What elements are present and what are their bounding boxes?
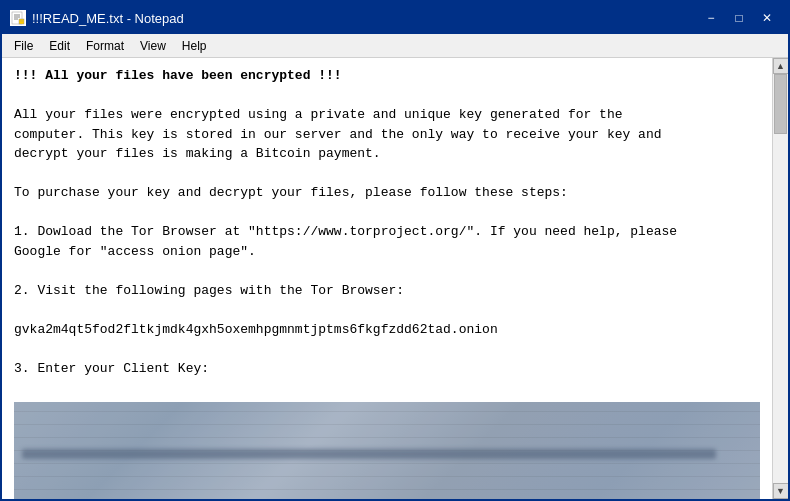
scrollbar[interactable]: ▲ ▼: [772, 58, 788, 499]
blurred-client-key: [14, 402, 760, 500]
menu-bar: File Edit Format View Help: [2, 34, 788, 58]
scroll-track[interactable]: [773, 74, 788, 483]
notepad-window: !!!READ_ME.txt - Notepad − □ ✕ File Edit…: [0, 0, 790, 501]
scroll-up-arrow[interactable]: ▲: [773, 58, 789, 74]
scroll-down-arrow[interactable]: ▼: [773, 483, 789, 499]
menu-file[interactable]: File: [6, 37, 41, 55]
content-area: !!! All your files have been encrypted !…: [2, 58, 788, 499]
menu-help[interactable]: Help: [174, 37, 215, 55]
window-title: !!!READ_ME.txt - Notepad: [32, 11, 184, 26]
close-button[interactable]: ✕: [754, 7, 780, 29]
menu-edit[interactable]: Edit: [41, 37, 78, 55]
window-controls: − □ ✕: [698, 7, 780, 29]
scroll-thumb[interactable]: [774, 74, 787, 134]
maximize-button[interactable]: □: [726, 7, 752, 29]
menu-view[interactable]: View: [132, 37, 174, 55]
minimize-button[interactable]: −: [698, 7, 724, 29]
title-bar-left: !!!READ_ME.txt - Notepad: [10, 10, 184, 26]
title-bar: !!!READ_ME.txt - Notepad − □ ✕: [2, 2, 788, 34]
menu-format[interactable]: Format: [78, 37, 132, 55]
text-content[interactable]: !!! All your files have been encrypted !…: [2, 58, 772, 499]
notepad-icon: [10, 10, 26, 26]
svg-rect-4: [19, 19, 24, 24]
